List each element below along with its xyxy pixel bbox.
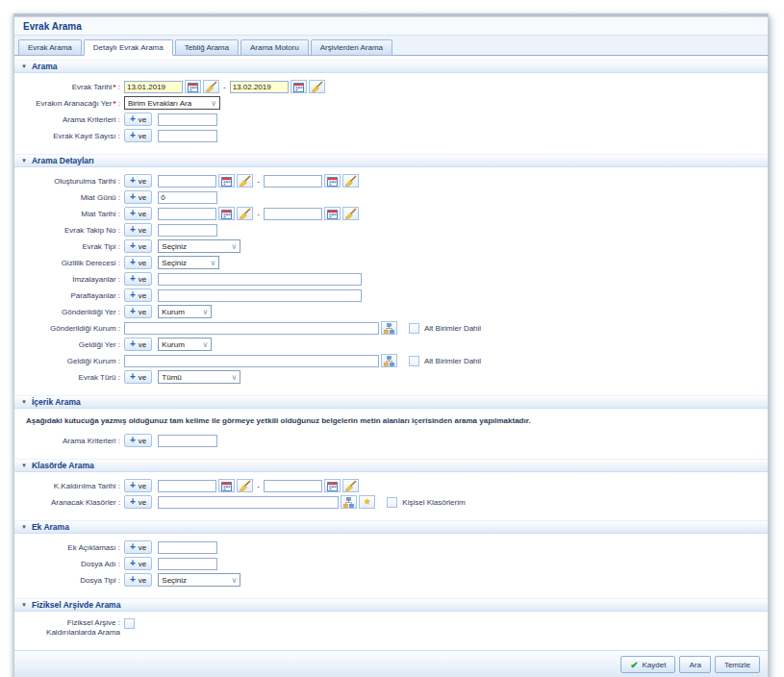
broom-icon [344, 208, 357, 219]
plus-icon: + [130, 560, 136, 567]
kaldirilma-tarihi-to-input[interactable] [264, 480, 322, 492]
paraflayanlar-input[interactable] [158, 289, 362, 302]
clear-date-button[interactable] [237, 479, 253, 492]
calendar-icon [221, 481, 232, 491]
aranacagi-yer-select[interactable]: Birim Evrakları Ara∨ [124, 96, 220, 110]
and-condition-button[interactable]: +ve [124, 223, 152, 237]
chevron-down-icon: ∨ [205, 259, 215, 267]
plus-icon: + [130, 210, 136, 217]
ek-aciklamasi-input[interactable] [158, 541, 217, 554]
kisisel-klasorlerim-checkbox[interactable] [387, 497, 397, 508]
fiziksel-arsiv-checkbox[interactable] [124, 618, 135, 629]
evrak-kayit-sayisi-input[interactable] [158, 130, 217, 142]
clear-date-button[interactable] [309, 80, 325, 93]
kaldirilma-tarihi-from-input[interactable] [158, 480, 216, 492]
star-icon: ★ [363, 497, 371, 507]
clear-date-button[interactable] [203, 80, 219, 93]
gonderildigi-kurum-input[interactable] [124, 322, 379, 335]
kurum-picker-button[interactable] [381, 321, 397, 335]
section-ek-arama-header[interactable]: ▼ Ek Arama [14, 520, 768, 534]
clear-date-button[interactable] [342, 479, 359, 492]
dosya-tipi-select[interactable]: Seçiniz∨ [158, 573, 240, 587]
and-condition-button[interactable]: +ve [124, 272, 152, 286]
kurum-picker-button[interactable] [381, 354, 397, 367]
evrak-turu-select[interactable]: Tümü∨ [158, 370, 240, 384]
tab-arsivlerden-arama[interactable]: Arşivlerden Arama [311, 39, 392, 56]
miat-tarihi-to-input[interactable] [264, 208, 322, 220]
calendar-button[interactable] [291, 80, 307, 93]
tab-arama-motoru[interactable]: Arama Motoru [240, 39, 309, 56]
and-condition-button[interactable]: +ve [124, 239, 152, 253]
and-condition-button[interactable]: +ve [124, 540, 152, 554]
evrak-takip-no-input[interactable] [158, 224, 217, 237]
plus-icon: + [130, 193, 136, 201]
ek-aciklamasi-row: Ek Açıklaması +ve [22, 540, 760, 554]
icerik-arama-kriterleri-input[interactable] [158, 435, 217, 447]
and-condition-button[interactable]: +ve [124, 370, 152, 384]
tab-detayli-evrak-arama[interactable]: Detaylı Evrak Arama [84, 39, 173, 56]
and-condition-button[interactable]: +ve [124, 434, 152, 447]
and-condition-button[interactable]: +ve [124, 338, 152, 351]
evrak-tarihi-from-input[interactable] [124, 81, 183, 93]
and-condition-button[interactable]: +ve [124, 288, 152, 302]
and-condition-button[interactable]: +ve [124, 305, 152, 318]
clear-date-button[interactable] [237, 207, 253, 220]
calendar-button[interactable] [218, 174, 235, 188]
evrak-tipi-select[interactable]: Seçiniz∨ [158, 239, 240, 253]
tab-teblig-arama[interactable]: Tebliğ Arama [175, 39, 239, 56]
and-condition-button[interactable]: +ve [124, 129, 152, 142]
and-condition-button[interactable]: +ve [124, 113, 152, 126]
tab-bar: Evrak Arama Detaylı Evrak Arama Tebliğ A… [14, 36, 768, 56]
date-range-separator: - [257, 482, 260, 490]
imzalayanlar-input[interactable] [158, 273, 362, 286]
calendar-button[interactable] [324, 479, 341, 492]
aranacak-klasorler-input[interactable] [158, 496, 339, 509]
clear-date-button[interactable] [342, 207, 359, 220]
and-condition-button[interactable]: +ve [124, 573, 152, 587]
alt-birimler-dahil-checkbox[interactable] [409, 356, 419, 366]
evrak-tarihi-to-input[interactable] [230, 81, 289, 93]
klasor-picker-button[interactable] [341, 495, 357, 509]
and-condition-button[interactable]: +ve [124, 495, 152, 509]
section-arama-header[interactable]: ▼ Arama [14, 60, 768, 73]
section-icerik-arama-header[interactable]: ▼ İçerik Arama [14, 395, 768, 409]
gonderildigi-yer-select[interactable]: Kurum∨ [158, 305, 212, 318]
ara-button[interactable]: Ara [679, 656, 710, 673]
and-condition-button[interactable]: +ve [124, 256, 152, 269]
olusturulma-tarihi-to-input[interactable] [264, 175, 322, 188]
chevron-down-icon: ∨ [197, 340, 208, 349]
gizlilik-derecesi-select[interactable]: Seçiniz∨ [158, 256, 219, 269]
and-condition-button[interactable]: +ve [124, 207, 152, 220]
tab-evrak-arama[interactable]: Evrak Arama [18, 39, 82, 56]
temizle-button[interactable]: Temizle [715, 656, 760, 673]
calendar-button[interactable] [324, 207, 341, 220]
miat-gunu-input[interactable] [158, 191, 217, 204]
and-condition-button[interactable]: +ve [124, 479, 152, 492]
favorite-folder-button[interactable]: ★ [359, 495, 375, 509]
broom-icon [239, 175, 251, 187]
kaldirilma-tarihi-row: K.Kaldırılma Tarihi +ve - [22, 479, 760, 492]
plus-icon: + [130, 242, 136, 250]
section-fiziksel-arsivde-arama-header[interactable]: ▼ Fiziksel Arşivde Arama [14, 598, 768, 612]
and-condition-button[interactable]: +ve [124, 190, 152, 204]
calendar-button[interactable] [185, 80, 201, 93]
miat-tarihi-from-input[interactable] [158, 208, 216, 220]
kaydet-button[interactable]: ✔ Kaydet [620, 656, 675, 673]
section-arama-detaylari-header[interactable]: ▼ Arama Detayları [14, 154, 768, 167]
section-klasorde-arama-header[interactable]: ▼ Klasörde Arama [14, 459, 768, 472]
arama-kriterleri-input[interactable] [158, 113, 217, 126]
clear-date-button[interactable] [237, 174, 253, 188]
alt-birimler-dahil-checkbox[interactable] [409, 323, 419, 334]
geldigi-yer-select[interactable]: Kurum∨ [158, 338, 212, 351]
dosya-adi-input[interactable] [158, 558, 217, 570]
evrak-takip-no-row: Evrak Takip No +ve [22, 223, 760, 237]
calendar-button[interactable] [324, 174, 341, 188]
olusturulma-tarihi-from-input[interactable] [158, 175, 216, 188]
calendar-button[interactable] [218, 479, 235, 492]
and-condition-button[interactable]: +ve [124, 557, 152, 570]
clear-date-button[interactable] [342, 174, 359, 188]
and-condition-button[interactable]: +ve [124, 174, 152, 188]
collapse-arrow-icon: ▼ [21, 399, 27, 405]
calendar-button[interactable] [218, 207, 235, 220]
geldigi-kurum-input[interactable] [124, 355, 379, 367]
